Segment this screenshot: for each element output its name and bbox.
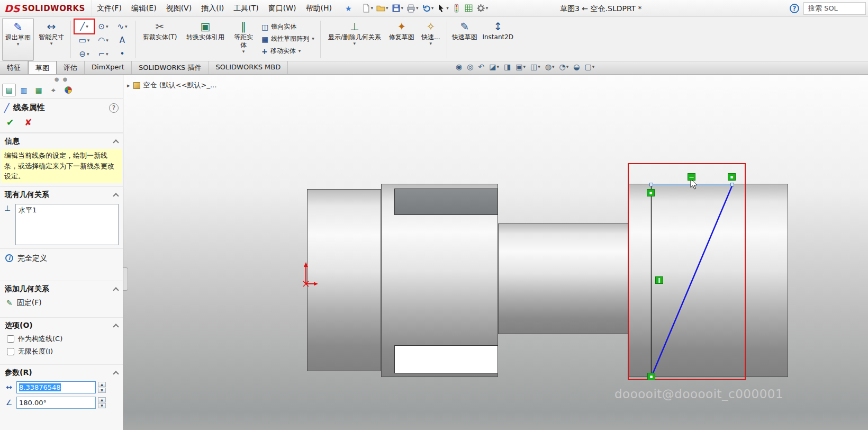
zoom-to-area-icon[interactable]: ◎ [465,62,475,71]
linear-sketch-pattern-button[interactable]: ▦ 线性草图阵列 ▾ [261,34,314,43]
display-style-icon[interactable]: ◫▾ [529,62,542,71]
rapid-snap-button[interactable]: ✧ 快速... ▾ [418,18,444,61]
graphics-viewport[interactable]: ▸ 空仓 (默认<<默认>_... [123,75,868,430]
undo-button[interactable]: ▾ [422,4,434,13]
relation-badge-vertical[interactable]: ‖ [655,276,663,284]
feature-tree-flyout[interactable]: ▸ 空仓 (默认<<默认>_... [127,80,216,90]
circle-tool[interactable]: ⊙▾ [94,20,113,33]
3d-drawing-view-icon[interactable]: ◨ [502,62,512,71]
instant2d-button[interactable]: ↕ Instant2D [481,18,516,61]
existing-relations-header[interactable]: 现有几何关系 [0,186,123,202]
construction-line-checkbox[interactable] [7,335,14,343]
menu-view[interactable]: 视图(V) [161,4,197,13]
edit-appearance-icon[interactable]: ◔▾ [557,62,570,71]
line-tool[interactable]: ╱▾ [75,20,94,33]
add-relations-header[interactable]: 添加几何关系 [0,281,123,296]
relation-badge-coincident[interactable]: ▪ [647,373,655,380]
pin-menu-icon[interactable]: ★ [345,4,352,13]
relation-badge-fixed[interactable]: ▪ [728,173,736,181]
panel-resize-handle[interactable]: ● ● [0,75,123,83]
rectangle-tool[interactable]: ▭▾ [75,33,94,47]
menu-file[interactable]: 文件(F) [92,4,126,13]
move-entities-button[interactable]: + 移动实体 ▾ [261,47,314,56]
panel-help-icon[interactable]: ? [109,103,119,113]
options-button[interactable]: ▾ [476,4,489,13]
configuration-manager-tab[interactable]: ▥ [17,84,31,96]
menu-insert[interactable]: 插入(I) [196,4,229,13]
line-properties-icon: ╱ [4,103,10,113]
smart-dimension-icon: ↔ [47,20,56,33]
exit-sketch-button[interactable]: ✎ 退出草图 ▾ [2,18,34,61]
search-input[interactable]: 搜索 SOL [803,2,866,15]
tab-sketch[interactable]: 草图 [28,61,57,74]
display-delete-relations-button[interactable]: ⊥ 显示/删除几何关系 ▾ [323,18,386,61]
smart-dimension-button[interactable]: ↔ 智能尺寸 ▾ [35,18,68,61]
performance-evaluation-button[interactable] [452,4,461,13]
tab-evaluate[interactable]: 评估 [57,61,85,74]
point-tool[interactable]: • [113,47,132,61]
new-document-button[interactable]: ▾ [361,4,374,13]
panel-splitter-grabber[interactable] [123,267,128,291]
select-tool-button[interactable]: ▾ [437,4,449,13]
menu-help[interactable]: 帮助(H) [301,4,337,13]
cancel-button[interactable]: ✘ [24,117,32,128]
tab-solidworks-mbd[interactable]: SOLIDWORKS MBD [209,61,288,74]
tab-features[interactable]: 特征 [0,61,28,74]
appearance-manager-tab[interactable] [61,84,75,96]
relation-badge-coincident[interactable]: ▪ [647,189,655,196]
spin-up-button[interactable]: ▲ [98,397,106,402]
spin-up-button[interactable]: ▲ [98,382,106,387]
mirror-entities-button[interactable]: ◫ 镜向实体 [261,22,314,31]
model-pocket-face[interactable] [394,345,498,373]
offset-entities-button[interactable]: ‖ 等距实体 ▾ [230,18,257,61]
arc-tool[interactable]: ◠▾ [94,33,113,47]
fillet-tool[interactable]: ⌐▾ [94,47,113,61]
design-table-button[interactable] [464,4,473,13]
angle-input[interactable]: 180.00° [16,397,96,409]
options-header[interactable]: 选项(O) [0,317,123,333]
repair-sketch-button[interactable]: ✦ 修复草图 [387,18,417,61]
display-manager-tab[interactable]: ⌖ [47,84,60,96]
sketch-endpoint[interactable] [730,183,734,186]
relations-listbox[interactable]: 水平1 [15,204,119,245]
view-settings-icon[interactable]: ▢▾ [583,62,596,71]
spline-tool[interactable]: ∿▾ [113,20,132,33]
parameters-header[interactable]: 参数(R) [0,364,123,380]
save-button[interactable]: ▾ [392,4,404,13]
convert-entities-button[interactable]: ▣ 转换实体引用 [182,18,229,61]
model-segment-3[interactable] [498,223,628,334]
rapid-sketch-button[interactable]: ✎ 快速草图 [450,18,480,61]
dimxpert-manager-tab[interactable]: ▦ [32,84,46,96]
menu-window[interactable]: 窗口(W) [264,4,301,13]
menu-edit[interactable]: 编辑(E) [126,4,161,13]
fixed-relation-button[interactable]: ✎ 固定(F) [0,296,123,310]
print-button[interactable]: ▾ [406,4,419,13]
trim-entities-button[interactable]: ✂ 剪裁实体(T) [139,18,181,61]
open-document-button[interactable]: ▾ [376,4,388,13]
ok-button[interactable]: ✔ [6,117,14,128]
relation-badge-horizontal[interactable]: — [688,173,695,181]
relation-item-horizontal1[interactable]: 水平1 [16,205,117,216]
sketch-endpoint[interactable] [649,183,653,186]
hide-show-items-icon[interactable]: ◍▾ [544,62,556,71]
tab-dimxpert[interactable]: DimXpert [85,61,132,74]
spin-down-button[interactable]: ▼ [98,403,106,408]
apply-scene-icon[interactable]: ◒ [572,62,581,71]
infinite-length-checkbox[interactable] [7,348,14,355]
model-cut-face[interactable] [394,189,498,215]
help-icon[interactable]: ? [790,4,799,13]
zoom-fit-icon[interactable]: ◉ [454,62,464,71]
section-view-icon[interactable]: ◪▾ [487,62,501,71]
tab-solidworks-addins[interactable]: SOLIDWORKS 插件 [132,61,209,74]
text-tool[interactable]: A [113,33,132,47]
view-orientation-icon[interactable]: ▣▾ [514,62,527,71]
model-segment-1[interactable] [307,189,381,371]
property-manager-tab[interactable]: ▤ [2,84,16,96]
length-input[interactable]: 8.33876548 [16,381,96,393]
tree-expand-icon[interactable]: ▸ [127,82,130,89]
menu-tools[interactable]: 工具(T) [229,4,263,13]
previous-view-icon[interactable]: ↶ [476,62,486,71]
info-section-header[interactable]: 信息 [0,133,123,148]
slot-tool[interactable]: ⊖▾ [75,47,94,61]
spin-down-button[interactable]: ▼ [98,388,106,393]
